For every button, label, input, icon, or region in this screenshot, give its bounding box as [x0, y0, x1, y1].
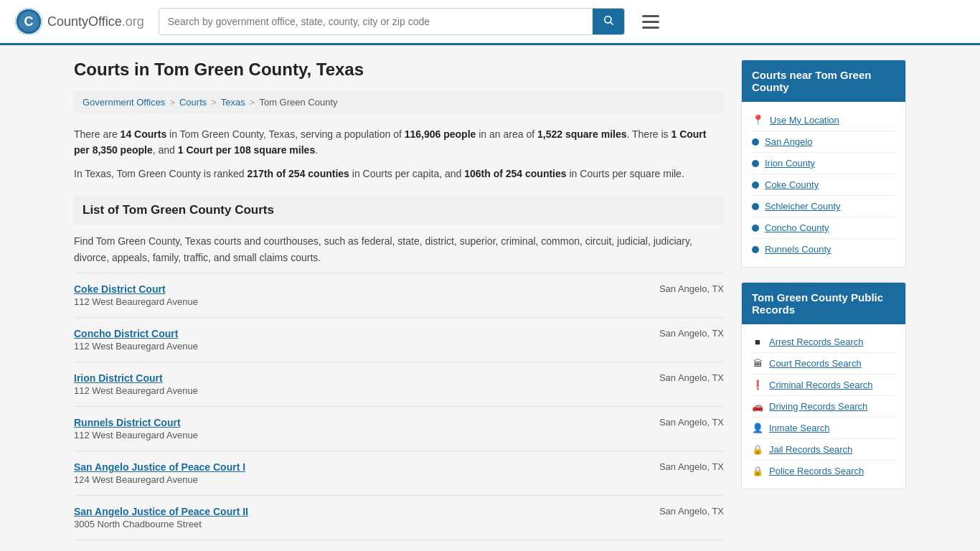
nearby-section: Courts near Tom Green County 📍 Use My Lo… [741, 60, 906, 268]
nearby-title: Courts near Tom Green County [742, 60, 905, 102]
court-item-info: Runnels District Court 112 West Beaurega… [74, 417, 602, 441]
nearby-link[interactable]: Coke County [765, 179, 819, 190]
court-city: San Angelo, TX [609, 283, 724, 294]
court-city: San Angelo, TX [609, 417, 724, 428]
per-sqmile: 1 Court per 108 square miles [178, 144, 315, 156]
court-list: Coke District Court 112 West Beauregard … [74, 273, 724, 540]
court-address: 3005 North Chadbourne Street [74, 519, 602, 529]
public-record-link[interactable]: Inmate Search [769, 423, 830, 433]
public-record-link[interactable]: Police Records Search [769, 466, 864, 476]
hamburger-button[interactable] [639, 12, 662, 32]
main-wrapper: Courts in Tom Green County, Texas Govern… [60, 45, 920, 551]
court-item: Irion District Court 112 West Beauregard… [74, 362, 724, 407]
court-item: San Angelo Justice of Peace Court II 300… [74, 496, 724, 540]
court-address: 112 West Beauregard Avenue [74, 296, 602, 307]
court-address: 124 West Beauregard Avenue [74, 474, 602, 485]
page-title: Courts in Tom Green County, Texas [74, 60, 724, 80]
court-item: San Angelo Justice of Peace Court I 124 … [74, 451, 724, 496]
hamburger-line [642, 21, 659, 23]
court-item-info: Concho District Court 112 West Beauregar… [74, 328, 602, 352]
public-record-item[interactable]: 🔒 Police Records Search [752, 461, 895, 481]
nearby-link[interactable]: San Angelo [765, 136, 813, 147]
public-record-item[interactable]: 🚗 Driving Records Search [752, 396, 895, 418]
use-location-item[interactable]: 📍 Use My Location [752, 109, 895, 131]
dot-icon [752, 225, 759, 232]
hamburger-line [642, 15, 659, 17]
public-record-item[interactable]: 🔒 Jail Records Search [752, 439, 895, 461]
public-record-item[interactable]: ■ Arrest Records Search [752, 331, 895, 353]
breadcrumb-gov[interactable]: Government Offices [83, 97, 165, 108]
breadcrumb-current: Tom Green County [259, 97, 337, 108]
nearby-link-item[interactable]: San Angelo [752, 131, 895, 153]
nearby-link[interactable]: Runnels County [765, 244, 831, 255]
court-item: Concho District Court 112 West Beauregar… [74, 318, 724, 362]
public-records-section: Tom Green County Public Records ■ Arrest… [741, 282, 906, 489]
location-pin-icon: 📍 [752, 114, 764, 126]
court-name[interactable]: San Angelo Justice of Peace Court I [74, 461, 602, 473]
use-location-link[interactable]: Use My Location [770, 115, 839, 126]
rank1: 217th of 254 counties [248, 168, 349, 179]
section-description: Find Tom Green County, Texas courts and … [74, 233, 724, 265]
court-item-info: San Angelo Justice of Peace Court I 124 … [74, 461, 602, 485]
logo-text: CountyOffice.org [47, 14, 144, 29]
court-city: San Angelo, TX [609, 461, 724, 472]
svg-point-4 [604, 17, 611, 23]
public-record-icon: ■ [752, 336, 763, 347]
public-record-item[interactable]: 👤 Inmate Search [752, 418, 895, 439]
public-record-icon: 🔒 [752, 444, 763, 455]
public-record-link[interactable]: Jail Records Search [769, 444, 852, 455]
public-record-icon: 🏛 [752, 358, 763, 369]
search-icon [603, 14, 614, 26]
logo-link[interactable]: C CountyOffice.org [14, 7, 144, 36]
search-bar [159, 8, 625, 35]
public-record-icon: ❗ [752, 380, 763, 390]
breadcrumb-courts[interactable]: Courts [179, 97, 207, 108]
breadcrumb-sep: > [169, 97, 175, 108]
court-item-info: San Angelo Justice of Peace Court II 300… [74, 506, 602, 529]
breadcrumb-texas[interactable]: Texas [221, 97, 245, 108]
dot-icon [752, 138, 759, 146]
nearby-body: 📍 Use My Location San Angelo Irion Count… [742, 102, 905, 267]
svg-text:C: C [24, 14, 34, 29]
nearby-link-item[interactable]: Irion County [752, 153, 895, 174]
public-record-icon: 👤 [752, 423, 763, 433]
court-name[interactable]: San Angelo Justice of Peace Court II [74, 506, 602, 517]
nearby-link-item[interactable]: Runnels County [752, 239, 895, 260]
nearby-link-item[interactable]: Concho County [752, 217, 895, 239]
nearby-link[interactable]: Concho County [765, 222, 829, 233]
dot-icon [752, 160, 759, 167]
public-records-links: ■ Arrest Records Search 🏛 Court Records … [752, 331, 895, 481]
court-name[interactable]: Coke District Court [74, 283, 602, 295]
nearby-link[interactable]: Irion County [765, 158, 815, 169]
search-input[interactable] [159, 9, 593, 34]
public-record-item[interactable]: ❗ Criminal Records Search [752, 375, 895, 396]
court-name[interactable]: Runnels District Court [74, 417, 602, 428]
nearby-link-item[interactable]: Coke County [752, 174, 895, 196]
public-record-link[interactable]: Arrest Records Search [769, 336, 864, 347]
nearby-link-item[interactable]: Schleicher County [752, 196, 895, 217]
logo-icon: C [14, 7, 43, 36]
public-record-link[interactable]: Court Records Search [769, 358, 862, 369]
public-records-title: Tom Green County Public Records [742, 283, 905, 324]
rank2: 106th of 254 counties [464, 168, 566, 179]
search-button[interactable] [593, 9, 624, 34]
court-city: San Angelo, TX [609, 506, 724, 517]
info-paragraph-2: In Texas, Tom Green County is ranked 217… [74, 166, 724, 182]
court-address: 112 West Beauregard Avenue [74, 430, 602, 441]
court-address: 112 West Beauregard Avenue [74, 385, 602, 396]
breadcrumb-sep: > [250, 97, 255, 108]
dot-icon [752, 182, 759, 189]
section-title: List of Tom Green County Courts [74, 196, 724, 225]
site-header: C CountyOffice.org [0, 0, 980, 45]
public-record-link[interactable]: Driving Records Search [769, 401, 867, 412]
public-record-item[interactable]: 🏛 Court Records Search [752, 353, 895, 375]
nearby-link[interactable]: Schleicher County [765, 201, 841, 212]
court-name[interactable]: Concho District Court [74, 328, 602, 339]
dot-icon [752, 203, 759, 210]
public-record-link[interactable]: Criminal Records Search [769, 380, 873, 390]
breadcrumb-sep: > [211, 97, 217, 108]
court-item: Runnels District Court 112 West Beaurega… [74, 407, 724, 451]
court-name[interactable]: Irion District Court [74, 372, 602, 384]
nearby-links: San Angelo Irion County Coke County Schl… [752, 131, 895, 260]
public-records-body: ■ Arrest Records Search 🏛 Court Records … [742, 324, 905, 489]
